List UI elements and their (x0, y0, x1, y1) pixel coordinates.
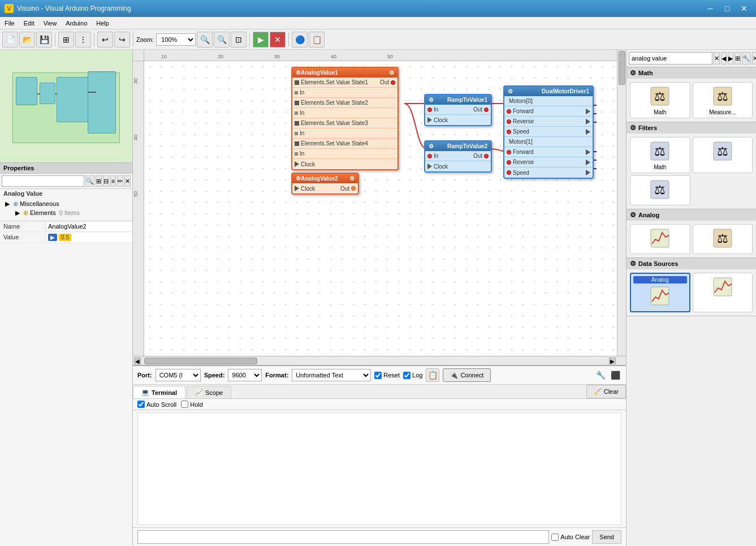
autoscroll-checkbox[interactable] (137, 401, 145, 408)
port-dm-reverse0[interactable] (507, 119, 511, 124)
speed-select[interactable]: 9600 19200 38400 115200 (228, 369, 262, 381)
node-ramp2[interactable]: ⚙ RampToValue2 In Out (424, 140, 492, 173)
grid2-button[interactable]: ⋮ (75, 32, 91, 48)
prop-delete-btn[interactable]: ✕ (124, 175, 131, 187)
port-dm-out1b[interactable] (586, 160, 590, 165)
port-av1-setstate2-in[interactable] (295, 101, 299, 105)
search-nav-fwd-btn[interactable]: ▶ (728, 52, 733, 65)
canvas-hscrollbar[interactable]: ◀ ▶ (133, 356, 626, 365)
close-button[interactable]: ✕ (737, 3, 751, 14)
board-btn[interactable]: 📋 (309, 32, 325, 48)
search-grid-btn[interactable]: ⊞ (735, 52, 741, 65)
node-analogvalue1[interactable]: ⚙ AnalogValue1 ⚙ Elements.Set Value Stat… (291, 67, 399, 170)
prop-val-name[interactable]: AnalogValue2 (45, 222, 132, 231)
component-filter-math[interactable]: ⚖ Math (630, 137, 690, 173)
redo-button[interactable]: ↪ (114, 32, 130, 48)
port-av1-in1[interactable] (295, 91, 298, 94)
menu-help[interactable]: Help (92, 19, 114, 28)
port-av1-clock[interactable] (295, 161, 299, 167)
node-ramp1[interactable]: ⚙ RampToValue1 In Out (424, 94, 492, 126)
node-dualmotor[interactable]: ⚙ DualMotorDriver1 Motors[0] Forward (503, 85, 594, 179)
menu-arduino[interactable]: Arduino (61, 19, 92, 28)
node-settings-av1[interactable]: ⚙ (389, 70, 394, 76)
connect-button[interactable]: 🔌 Connect (443, 368, 491, 382)
prop-filter-btn[interactable]: ≡ (110, 175, 116, 187)
menu-view[interactable]: View (39, 19, 62, 28)
port-dm-out1a[interactable] (586, 149, 590, 155)
component-search-input[interactable] (629, 52, 712, 65)
prop-collapse-btn[interactable]: ⊟ (103, 175, 109, 187)
reset-checkbox-label[interactable]: Reset (374, 372, 400, 379)
serial-log-btn[interactable]: 📋 (426, 368, 439, 382)
component-filter-2[interactable]: ⚖ (693, 137, 753, 173)
zoom-out-button[interactable]: 🔍 (214, 32, 230, 48)
send-input[interactable] (137, 530, 549, 544)
port-av1-setstate3-in[interactable] (295, 121, 299, 126)
log-checkbox[interactable] (403, 372, 411, 379)
tree-miscellaneous[interactable]: ▶ ⊕ Miscellaneous (0, 199, 132, 208)
serial-tools-btn[interactable]: 🔧 (594, 369, 607, 381)
tab-scope[interactable]: 📈 Scope (187, 386, 231, 398)
undo-button[interactable]: ↩ (97, 32, 113, 48)
port-dm-forward0[interactable] (507, 109, 511, 114)
component-math[interactable]: ⚖ Math (630, 82, 690, 118)
properties-search-input[interactable] (2, 175, 84, 187)
port-av1-setstate1-in[interactable] (295, 80, 299, 85)
port-av2-out[interactable] (351, 186, 356, 191)
autoclear-label[interactable]: Auto Clear (551, 534, 590, 541)
maximize-button[interactable]: □ (720, 3, 735, 14)
search-nav-back-btn[interactable]: ◀ (721, 52, 727, 65)
port-ramp1-in[interactable] (427, 108, 432, 112)
new-button[interactable]: 📄 (2, 32, 18, 48)
component-analog-1[interactable] (630, 224, 690, 254)
port-dm-out1c[interactable] (586, 170, 590, 175)
upload-button[interactable]: ✕ (270, 32, 286, 48)
autoclear-checkbox[interactable] (551, 534, 559, 541)
port-ramp2-clock[interactable] (427, 164, 432, 169)
search-tools-btn[interactable]: 🔧 (742, 52, 751, 65)
node-settings-av2[interactable]: ⚙ (349, 175, 355, 182)
menu-file[interactable]: File (0, 19, 19, 28)
prop-edit-btn[interactable]: ✏ (117, 175, 123, 187)
port-av1-setstate4-in[interactable] (295, 141, 299, 146)
port-av1-in2[interactable] (295, 111, 298, 115)
port-av1-in4[interactable] (295, 152, 298, 156)
tab-terminal[interactable]: 💻 Terminal (133, 386, 185, 398)
node-analogvalue2[interactable]: ⚙ AnalogValue2 ⚙ Clock Out (291, 173, 359, 195)
compile-button[interactable]: ▶ (253, 32, 269, 48)
port-dm-reverse1[interactable] (507, 160, 511, 165)
window-controls[interactable]: ─ □ ✕ (703, 3, 751, 14)
autoscroll-label[interactable]: Auto Scroll (137, 401, 176, 408)
component-filter-3[interactable]: ⚖ (630, 175, 690, 205)
port-dm-out0c[interactable] (586, 129, 590, 135)
log-checkbox-label[interactable]: Log (403, 372, 422, 379)
main-canvas[interactable]: ⚙ AnalogValue1 ⚙ Elements.Set Value Stat… (144, 61, 626, 356)
save-button[interactable]: 💾 (36, 32, 52, 48)
menu-edit[interactable]: Edit (19, 19, 39, 28)
prop-val-value[interactable]: ▶ 0.5 (45, 233, 132, 242)
port-ramp2-out[interactable] (484, 154, 489, 158)
port-av1-in3[interactable] (295, 132, 298, 135)
component-datasource-2[interactable] (693, 273, 753, 312)
port-select[interactable]: COM5 (l (155, 369, 201, 381)
hscrollbar-thumb[interactable] (144, 358, 257, 364)
port-ramp2-in[interactable] (427, 154, 432, 158)
zoom-in-button[interactable]: 🔍 (197, 32, 213, 48)
port-dm-forward1[interactable] (507, 150, 511, 154)
component-analog-2[interactable]: ⚖ (693, 224, 753, 254)
canvas-vscrollbar[interactable] (617, 50, 626, 365)
component-measure[interactable]: ⚖ Measure... (693, 82, 753, 118)
hscrollbar-right-btn[interactable]: ▶ (609, 358, 616, 364)
port-dm-speed1[interactable] (507, 170, 511, 175)
search-close-btn[interactable]: ✕ (752, 52, 756, 65)
grid-button[interactable]: ⊞ (58, 32, 74, 48)
prop-expand-btn[interactable]: ⊞ (96, 175, 102, 187)
port-dm-speed0[interactable] (507, 130, 511, 134)
hold-checkbox[interactable] (181, 401, 188, 408)
hold-label[interactable]: Hold (181, 401, 203, 408)
arduino-btn[interactable]: 🔵 (292, 32, 308, 48)
port-ramp1-out[interactable] (484, 108, 489, 112)
reset-checkbox[interactable] (374, 372, 382, 379)
format-select[interactable]: Unformatted Text (292, 369, 371, 381)
clear-button[interactable]: 🧹 Clear (586, 385, 626, 398)
